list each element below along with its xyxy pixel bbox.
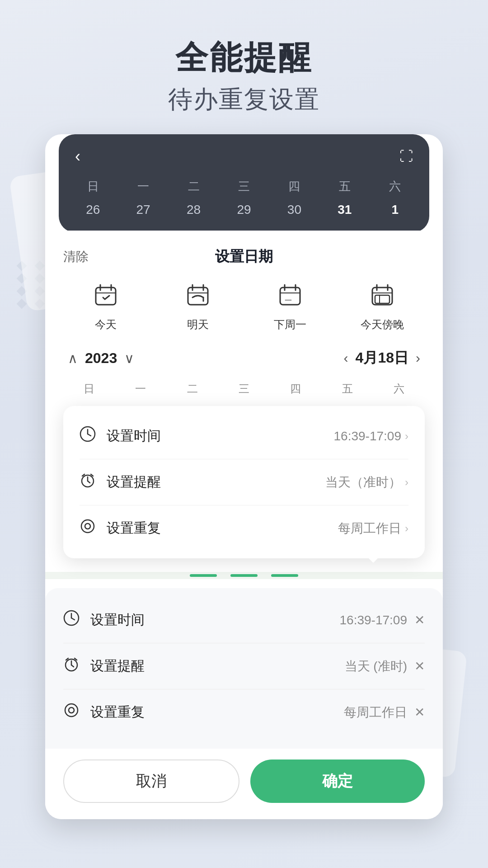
panel-title: 设置日期 <box>215 247 273 267</box>
setting-repeat-row[interactable]: 设置重复 每周工作日 › <box>80 505 408 551</box>
weekday-mon: 一 <box>118 175 168 198</box>
month-next-arrow[interactable]: › <box>416 350 420 366</box>
bottom-set-time-label: 设置时间 <box>90 611 340 629</box>
month-value: 4月18日 <box>356 348 408 368</box>
weekday-tue: 二 <box>169 175 219 198</box>
year-value: 2023 <box>85 350 117 367</box>
cancel-button[interactable]: 取消 <box>63 760 239 803</box>
svg-text:一: 一 <box>285 297 292 304</box>
calendar-nav: ‹ ⛶ <box>59 134 429 175</box>
bottom-alarm-icon <box>63 656 80 676</box>
quick-dates: 今天 明天 <box>63 283 425 332</box>
svg-point-37 <box>65 704 78 717</box>
evening-label: 今天傍晚 <box>361 317 404 332</box>
svg-rect-18 <box>375 295 389 303</box>
bottom-setting-reminder-row[interactable]: 设置提醒 当天 (准时) ✕ <box>63 643 425 689</box>
set-repeat-label: 设置重复 <box>107 519 338 538</box>
action-buttons: 取消 确定 <box>45 749 443 819</box>
mini-wd-mon: 一 <box>115 379 166 399</box>
panel-header: 清除 设置日期 <box>63 247 425 267</box>
close-repeat-button[interactable]: ✕ <box>414 705 425 720</box>
bottom-setting-time-row[interactable]: 设置时间 16:39-17:09 ✕ <box>63 597 425 643</box>
bottom-set-repeat-value: 每周工作日 <box>344 704 407 721</box>
nextmon-label: 下周一 <box>274 317 306 332</box>
bottom-setting-repeat-row[interactable]: 设置重复 每周工作日 ✕ <box>63 689 425 735</box>
date-26[interactable]: 26 <box>68 198 118 222</box>
main-card: ‹ ⛶ 日 一 二 三 四 五 六 26 27 28 29 30 31 1 <box>45 134 443 819</box>
svg-rect-0 <box>96 288 116 305</box>
svg-line-25 <box>88 481 90 483</box>
date-31[interactable]: 31 <box>319 198 370 222</box>
set-repeat-value: 每周工作日 <box>338 520 401 537</box>
set-time-label: 设置时间 <box>107 427 334 445</box>
hint-strip <box>45 572 443 579</box>
quick-date-today[interactable]: 今天 <box>63 283 148 332</box>
hint-bar-2 <box>230 574 258 577</box>
set-date-panel: 清除 设置日期 今天 <box>45 231 443 572</box>
date-1[interactable]: 1 <box>370 198 420 222</box>
calendar-card: ‹ ⛶ 日 一 二 三 四 五 六 26 27 28 29 30 31 1 <box>59 134 429 232</box>
bottom-clock-icon <box>63 610 80 630</box>
confirm-button[interactable]: 确定 <box>250 760 425 803</box>
today-icon <box>94 283 117 312</box>
setting-reminder-row[interactable]: 设置提醒 当天（准时） › <box>80 459 408 505</box>
calendar-date-row: 26 27 28 29 30 31 1 <box>59 198 429 232</box>
svg-point-28 <box>81 520 94 533</box>
set-reminder-label: 设置提醒 <box>107 473 325 491</box>
sub-title: 待办重复设置 <box>0 83 488 116</box>
quick-date-tomorrow[interactable]: 明天 <box>155 283 240 332</box>
date-29[interactable]: 29 <box>219 198 269 222</box>
calendar-weekday-row: 日 一 二 三 四 五 六 <box>59 175 429 198</box>
clear-button[interactable]: 清除 <box>63 248 89 265</box>
hint-bar-1 <box>190 574 217 577</box>
date-navigator: ∧ 2023 ∨ ‹ 4月18日 › <box>63 348 425 368</box>
set-reminder-arrow: › <box>405 476 408 489</box>
mini-weekday-row: 日 一 二 三 四 五 六 <box>63 379 425 399</box>
bottom-set-reminder-label: 设置提醒 <box>90 657 345 675</box>
alarm-icon <box>80 472 96 492</box>
tomorrow-label: 明天 <box>187 317 209 332</box>
year-down-arrow[interactable]: ∨ <box>124 350 134 366</box>
weekday-sat: 六 <box>370 175 420 198</box>
quick-date-evening[interactable]: 今天傍晚 <box>340 283 425 332</box>
quick-date-nextmon[interactable]: 一 下周一 <box>248 283 333 332</box>
mini-wd-fri: 五 <box>321 379 373 399</box>
date-28[interactable]: 28 <box>169 198 219 222</box>
close-time-button[interactable]: ✕ <box>414 613 425 627</box>
setting-time-row[interactable]: 设置时间 16:39-17:09 › <box>80 413 408 459</box>
expand-icon[interactable]: ⛶ <box>399 149 413 164</box>
weekday-wed: 三 <box>219 175 269 198</box>
settings-popup: 设置时间 16:39-17:09 › 设置提醒 <box>63 406 425 558</box>
svg-line-31 <box>71 618 75 620</box>
set-time-arrow: › <box>405 430 408 443</box>
weekday-fri: 五 <box>319 175 370 198</box>
bottom-set-time-value: 16:39-17:09 <box>340 613 407 627</box>
evening-icon <box>371 283 394 312</box>
mini-wd-thu: 四 <box>270 379 321 399</box>
bottom-set-repeat-label: 设置重复 <box>90 703 344 722</box>
year-navigator: ∧ 2023 ∨ <box>68 350 134 367</box>
tomorrow-icon <box>186 283 210 312</box>
repeat-icon <box>80 518 96 538</box>
year-up-arrow[interactable]: ∧ <box>68 350 78 366</box>
svg-line-22 <box>88 434 91 436</box>
header-section: 全能提醒 待办重复设置 <box>0 0 488 134</box>
date-27[interactable]: 27 <box>118 198 168 222</box>
hint-bar-3 <box>271 574 298 577</box>
cards-wrapper: ‹ ⛶ 日 一 二 三 四 五 六 26 27 28 29 30 31 1 <box>45 134 443 819</box>
month-navigator: ‹ 4月18日 › <box>344 348 420 368</box>
svg-line-34 <box>71 665 74 667</box>
close-reminder-button[interactable]: ✕ <box>414 659 425 674</box>
back-button[interactable]: ‹ <box>75 147 80 166</box>
date-30[interactable]: 30 <box>269 198 319 222</box>
weekday-thu: 四 <box>269 175 319 198</box>
bottom-settings-panel: 设置时间 16:39-17:09 ✕ 设置提醒 当天 (准时) ✕ <box>45 588 443 749</box>
mini-wd-sat: 六 <box>373 379 425 399</box>
nextmon-icon: 一 <box>278 283 302 312</box>
bottom-repeat-icon <box>63 702 80 722</box>
mini-wd-wed: 三 <box>218 379 270 399</box>
set-reminder-value: 当天（准时） <box>325 474 401 491</box>
mini-wd-tue: 二 <box>167 379 218 399</box>
mini-wd-sun: 日 <box>63 379 115 399</box>
month-prev-arrow[interactable]: ‹ <box>344 350 348 366</box>
